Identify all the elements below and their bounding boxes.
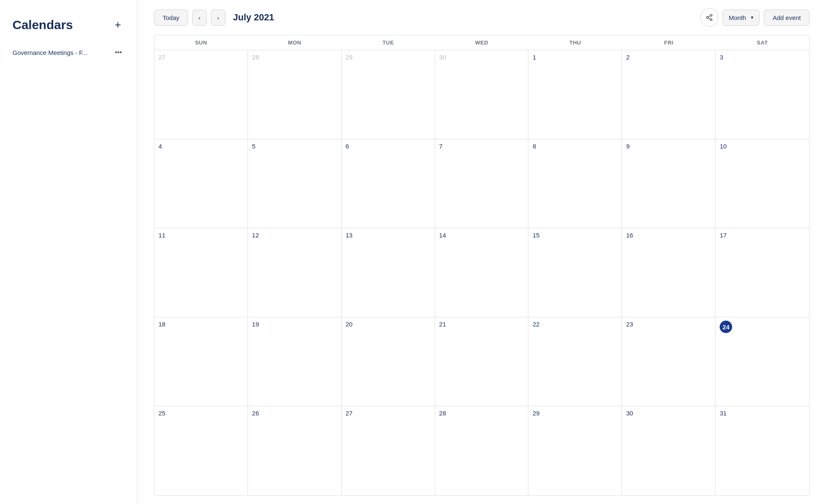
calendar-cell[interactable]: 23: [622, 317, 716, 406]
calendar-cell[interactable]: 17: [716, 228, 809, 317]
calendar-cell[interactable]: 7: [435, 139, 529, 228]
day-number: 3: [720, 54, 723, 61]
calendar-cell[interactable]: 29: [342, 50, 435, 139]
calendar-cell[interactable]: 31: [716, 406, 809, 495]
day-of-week-label: MON: [248, 35, 342, 50]
view-dropdown[interactable]: Month ▾: [723, 10, 760, 26]
calendar-cell[interactable]: 15: [528, 228, 622, 317]
day-number: 4: [158, 143, 162, 150]
calendar-week: 45678910: [154, 139, 809, 228]
calendar-cell[interactable]: 13: [342, 228, 435, 317]
day-number: 25: [158, 410, 166, 417]
day-number: 30: [626, 410, 633, 417]
share-button[interactable]: [700, 8, 718, 27]
next-button[interactable]: ›: [211, 10, 225, 26]
calendar-cell[interactable]: 25: [154, 406, 248, 495]
day-number: 27: [346, 410, 353, 417]
day-number: 29: [532, 410, 540, 417]
calendar-header: SUNMONTUEWEDTHUFRISAT: [154, 35, 809, 50]
calendar-list-item: Governance Meetings - F... •••: [12, 45, 124, 59]
share-icon: [706, 14, 713, 21]
calendar-cell[interactable]: 2: [622, 50, 716, 139]
day-number: 1: [532, 54, 536, 61]
day-number: 5: [252, 143, 255, 150]
day-number: 13: [346, 232, 353, 239]
calendar-cell[interactable]: 8: [528, 139, 622, 228]
calendar-cell[interactable]: 22: [528, 317, 622, 406]
calendar-cell[interactable]: 6: [342, 139, 435, 228]
calendar-name: Governance Meetings - F...: [12, 49, 87, 56]
calendar-cell[interactable]: 11: [154, 228, 248, 317]
day-number: 19: [252, 321, 259, 328]
calendar-cell[interactable]: 16: [622, 228, 716, 317]
calendar-cell[interactable]: 29: [528, 406, 622, 495]
add-event-button[interactable]: Add event: [764, 10, 810, 26]
day-number: 20: [346, 321, 353, 328]
day-number: 24: [720, 321, 732, 333]
day-of-week-label: TUE: [342, 35, 435, 50]
day-number: 11: [158, 232, 166, 239]
calendar-cell[interactable]: 12: [248, 228, 342, 317]
day-number: 7: [439, 143, 443, 150]
calendar-cell[interactable]: 24: [716, 317, 809, 406]
calendar-cell[interactable]: 28: [435, 406, 529, 495]
calendar-week: 11121314151617: [154, 228, 809, 317]
day-number: 23: [626, 321, 633, 328]
day-of-week-label: THU: [528, 35, 622, 50]
calendar-cell[interactable]: 5: [248, 139, 342, 228]
calendar-cell[interactable]: 1: [528, 50, 622, 139]
today-button[interactable]: Today: [154, 10, 188, 26]
chevron-down-icon: ▾: [749, 10, 755, 25]
calendar-cell[interactable]: 28: [248, 50, 342, 139]
calendar-week: 18192021222324: [154, 317, 809, 406]
main-area: Today ‹ › July 2021 Month ▾ Add event SU…: [137, 0, 822, 504]
calendar-cell[interactable]: 27: [342, 406, 435, 495]
calendar-cell[interactable]: 9: [622, 139, 716, 228]
day-number: 31: [720, 410, 727, 417]
calendar-cell[interactable]: 21: [435, 317, 529, 406]
day-number: 6: [346, 143, 349, 150]
day-number: 2: [626, 54, 629, 61]
day-number: 16: [626, 232, 633, 239]
calendar-cell[interactable]: 30: [435, 50, 529, 139]
day-number: 17: [720, 232, 727, 239]
day-number: 8: [532, 143, 536, 150]
svg-line-4: [708, 16, 710, 17]
calendar-cell[interactable]: 26: [248, 406, 342, 495]
day-number: 28: [439, 410, 446, 417]
day-number: 10: [720, 143, 727, 150]
sidebar-title: Calendars: [12, 18, 73, 32]
month-title: July 2021: [233, 12, 274, 23]
calendar-cell[interactable]: 3: [716, 50, 809, 139]
calendar-cell[interactable]: 27: [154, 50, 248, 139]
calendar-cell[interactable]: 10: [716, 139, 809, 228]
add-calendar-button[interactable]: +: [111, 17, 124, 33]
svg-line-3: [708, 18, 710, 19]
toolbar: Today ‹ › July 2021 Month ▾ Add event: [154, 8, 810, 27]
day-number: 28: [252, 54, 259, 61]
calendar-grid: SUNMONTUEWEDTHUFRISAT 272829301234567891…: [154, 35, 810, 496]
calendar-week: 25262728293031: [154, 406, 809, 495]
calendar-cell[interactable]: 19: [248, 317, 342, 406]
day-number: 27: [158, 54, 166, 61]
sidebar-header: Calendars +: [12, 17, 124, 33]
calendar-more-button[interactable]: •••: [112, 48, 124, 57]
sidebar: Calendars + Governance Meetings - F... •…: [0, 0, 137, 504]
calendar-body: 2728293012345678910111213141516171819202…: [154, 50, 809, 495]
calendar-cell[interactable]: 14: [435, 228, 529, 317]
day-of-week-label: SUN: [154, 35, 248, 50]
view-label: Month: [727, 10, 748, 25]
day-number: 14: [439, 232, 446, 239]
day-number: 18: [158, 321, 166, 328]
calendar-week: 27282930123: [154, 50, 809, 139]
calendar-cell[interactable]: 30: [622, 406, 716, 495]
day-number: 29: [346, 54, 353, 61]
day-of-week-label: FRI: [622, 35, 716, 50]
prev-button[interactable]: ‹: [192, 10, 207, 26]
calendar-cell[interactable]: 20: [342, 317, 435, 406]
day-number: 12: [252, 232, 259, 239]
day-number: 26: [252, 410, 259, 417]
calendar-cell[interactable]: 4: [154, 139, 248, 228]
day-number: 21: [439, 321, 446, 328]
calendar-cell[interactable]: 18: [154, 317, 248, 406]
